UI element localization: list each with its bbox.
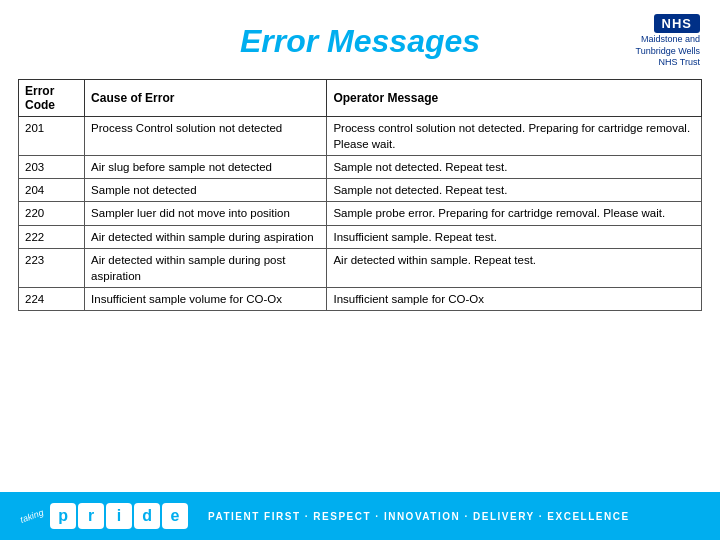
pride-letter-box: r [78,503,104,529]
footer-logo: taking pride [20,503,188,529]
footer-taking-label: taking [19,508,45,525]
cell-cause: Air detected within sample during aspira… [85,225,327,248]
cell-message: Process control solution not detected. P… [327,117,702,156]
pride-letter-box: e [162,503,188,529]
cell-message: Sample not detected. Repeat test. [327,179,702,202]
cell-message: Insufficient sample. Repeat test. [327,225,702,248]
pride-letter-box: i [106,503,132,529]
col-header-cause: Cause of Error [85,80,327,117]
cell-code: 203 [19,156,85,179]
cell-message: Sample not detected. Repeat test. [327,156,702,179]
table-row: 223Air detected within sample during pos… [19,248,702,287]
nhs-trust-name: Maidstone and Tunbridge Wells NHS Trust [635,34,700,69]
table-row: 201Process Control solution not detected… [19,117,702,156]
cell-code: 220 [19,202,85,225]
table-row: 204Sample not detectedSample not detecte… [19,179,702,202]
cell-message: Air detected within sample. Repeat test. [327,248,702,287]
col-header-code: Error Code [19,80,85,117]
table-row: 203Air slug before sample not detectedSa… [19,156,702,179]
footer: taking pride PATIENT FIRST · RESPECT · I… [0,492,720,540]
footer-tagline: PATIENT FIRST · RESPECT · INNOVATION · D… [208,511,630,522]
cell-code: 204 [19,179,85,202]
pride-logo: pride [50,503,188,529]
table-row: 220Sampler luer did not move into positi… [19,202,702,225]
table-row: 224Insufficient sample volume for CO-OxI… [19,287,702,310]
table-row: 222Air detected within sample during asp… [19,225,702,248]
cell-code: 223 [19,248,85,287]
cell-code: 201 [19,117,85,156]
cell-message: Sample probe error. Preparing for cartri… [327,202,702,225]
cell-cause: Process Control solution not detected [85,117,327,156]
header: Error Messages NHS Maidstone and Tunbrid… [0,0,720,75]
cell-cause: Insufficient sample volume for CO-Ox [85,287,327,310]
error-table: Error Code Cause of Error Operator Messa… [18,79,702,311]
nhs-logo: NHS Maidstone and Tunbridge Wells NHS Tr… [580,14,700,69]
pride-letter-box: p [50,503,76,529]
cell-message: Insufficient sample for CO-Ox [327,287,702,310]
cell-code: 222 [19,225,85,248]
cell-cause: Air slug before sample not detected [85,156,327,179]
cell-code: 224 [19,287,85,310]
cell-cause: Sampler luer did not move into position [85,202,327,225]
page-title: Error Messages [140,23,580,60]
col-header-message: Operator Message [327,80,702,117]
cell-cause: Sample not detected [85,179,327,202]
pride-letter-box: d [134,503,160,529]
error-table-container: Error Code Cause of Error Operator Messa… [0,75,720,315]
nhs-badge: NHS [654,14,700,33]
cell-cause: Air detected within sample during post a… [85,248,327,287]
